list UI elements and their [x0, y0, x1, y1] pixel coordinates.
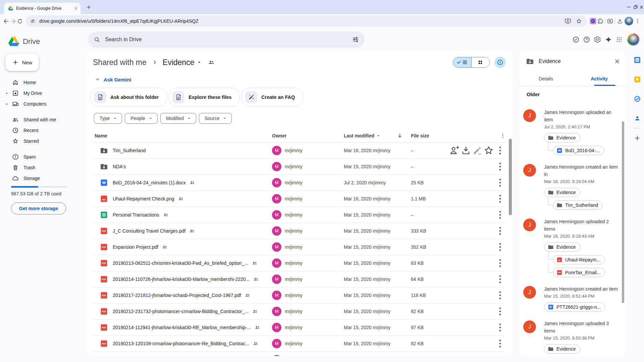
share-add-person-icon[interactable]	[449, 145, 460, 156]
activity-chip[interactable]: Uhaul-Repaym...	[553, 255, 605, 264]
new-button[interactable]: New	[5, 54, 39, 71]
column-last-modified[interactable]: Last modified	[344, 133, 374, 138]
filter-modified[interactable]: Modified	[160, 113, 196, 124]
column-owner[interactable]: Owner	[272, 133, 287, 138]
sort-direction-icon[interactable]	[396, 132, 403, 139]
panel-close-icon[interactable]	[614, 58, 621, 65]
get-more-storage-button[interactable]: Get more storage	[11, 202, 66, 215]
file-row[interactable]: PDFExpansion Project.pdfMmrjimmyMar 15, …	[93, 239, 506, 255]
row-more-icon[interactable]	[494, 290, 506, 301]
tab-search-icon[interactable]	[607, 18, 613, 24]
tasks-app-icon[interactable]	[634, 95, 641, 103]
add-apps-icon[interactable]	[634, 134, 641, 142]
rename-pencil-icon[interactable]	[472, 145, 483, 156]
row-more-icon[interactable]	[494, 225, 506, 237]
activity-chip[interactable]: Evidence	[544, 188, 580, 197]
row-more-icon[interactable]	[494, 161, 506, 172]
suggestion-card-2[interactable]: Create an FAQ	[241, 88, 303, 107]
ask-gemini[interactable]: Ask Gemini	[95, 76, 506, 83]
row-more-icon[interactable]	[494, 177, 506, 188]
sidebar-item-my-drive[interactable]: My Drive	[0, 88, 76, 99]
gemini-sparkle-icon[interactable]	[604, 36, 612, 44]
window-close-button[interactable]	[639, 5, 644, 10]
search-options-icon[interactable]	[352, 36, 359, 43]
row-more-icon[interactable]	[494, 257, 506, 269]
sidebar-item-spam[interactable]: Spam	[0, 152, 76, 162]
new-tab-button[interactable]	[86, 4, 92, 10]
sidebar-item-storage[interactable]: Storage	[0, 173, 76, 184]
details-info-button[interactable]	[494, 57, 506, 68]
back-button[interactable]	[3, 18, 10, 25]
drive-logo[interactable]: Drive	[8, 31, 40, 52]
sidebar-item-home[interactable]: Home	[0, 77, 76, 88]
row-more-icon[interactable]	[494, 338, 506, 349]
google-apps-icon[interactable]	[616, 36, 623, 43]
breadcrumb-shared-with-me[interactable]: Shared with me	[93, 58, 147, 67]
activity-chip[interactable]: Evidence	[544, 133, 580, 142]
list-view-button[interactable]	[453, 57, 471, 67]
view-toggle[interactable]	[453, 57, 490, 68]
url-bar[interactable]: drive.google.com/drive/u/0/folders/14mXf…	[26, 15, 586, 27]
row-more-icon[interactable]	[494, 193, 506, 204]
suggestion-card-1[interactable]: Explore these files	[169, 88, 240, 107]
breadcrumb-current-folder[interactable]: Evidence	[163, 58, 195, 67]
activity-chip[interactable]: Evidence	[544, 344, 580, 354]
row-more-icon[interactable]	[494, 145, 506, 156]
extensions-puzzle-icon[interactable]	[597, 18, 604, 24]
file-row[interactable]: PDF20190217-221812-jhmarlow-schasb-Proje…	[93, 287, 506, 303]
calendar-app-icon[interactable]: 31	[634, 56, 641, 64]
contacts-app-icon[interactable]	[634, 115, 641, 122]
gemini-collapse-icon[interactable]	[95, 77, 100, 82]
help-icon[interactable]	[583, 36, 590, 43]
row-more-icon[interactable]	[494, 274, 506, 285]
file-row[interactable]: PDF20190212-231732-photomancer-crmarlow-…	[93, 303, 506, 319]
sidebar-item-starred[interactable]: Starred	[0, 136, 76, 146]
activity-chip[interactable]: Tim_Sutherland	[553, 200, 602, 210]
window-restore-button[interactable]	[632, 4, 639, 10]
download-file-icon[interactable]	[460, 145, 472, 156]
folder-menu-caret-icon[interactable]	[196, 59, 202, 65]
file-row[interactable]: Personal TransactionsMmrjimmyMar 15, 202…	[93, 207, 506, 223]
account-avatar[interactable]	[627, 34, 639, 46]
file-row[interactable]: PDFM	[93, 352, 506, 356]
folder-members-icon[interactable]	[208, 59, 215, 66]
row-more-icon[interactable]	[494, 306, 506, 317]
browser-tab[interactable]: Evidence - Google Drive	[4, 3, 80, 14]
bookmark-star-icon[interactable]	[576, 18, 582, 24]
row-more-icon[interactable]	[494, 209, 506, 221]
tab-close-icon[interactable]	[74, 6, 78, 10]
search-icon[interactable]	[94, 36, 100, 43]
expand-arrow-icon[interactable]	[4, 103, 9, 106]
sidebar-item-computers[interactable]: Computers	[0, 99, 76, 109]
keep-app-icon[interactable]	[634, 76, 641, 83]
column-file-size[interactable]: File size	[411, 133, 429, 138]
tab-activity[interactable]: Activity	[573, 72, 626, 86]
grid-view-button[interactable]	[471, 57, 489, 67]
file-row[interactable]: PDF20190213-120108-crmarlow-photomancer-…	[93, 336, 506, 352]
file-list-scrollbar[interactable]	[509, 139, 512, 215]
star-file-icon[interactable]	[483, 145, 494, 156]
filter-source[interactable]: Source	[199, 113, 232, 124]
sidebar-item-recent[interactable]: Recent	[0, 125, 76, 136]
expand-arrow-icon[interactable]	[4, 92, 9, 95]
browser-menu-icon[interactable]	[635, 18, 641, 24]
install-icon[interactable]	[564, 17, 572, 25]
activity-scrollbar[interactable]	[622, 121, 624, 303]
row-more-icon[interactable]	[494, 322, 506, 333]
settings-gear-icon[interactable]	[594, 36, 601, 43]
activity-chip[interactable]: Evidence	[544, 242, 580, 252]
file-row[interactable]: PDF20190214-110726-jhmarlow-kriskat30-Ma…	[93, 271, 506, 287]
activity-chip[interactable]: WBoD_2016-04-...	[553, 146, 604, 155]
file-row[interactable]: PDF20190213-082511-chrismini-kriskat30-F…	[93, 255, 506, 271]
ask-gemini-label[interactable]: Ask Gemini	[104, 77, 131, 82]
forward-button[interactable]	[10, 18, 17, 25]
file-row[interactable]: Uhaul-Repayment Check.pngMmrjimmyMar 16,…	[93, 191, 506, 207]
extension-avast-icon[interactable]	[589, 17, 597, 25]
activity-chip[interactable]: PTT26621-griggs-n...	[544, 302, 605, 312]
row-more-icon[interactable]	[494, 241, 506, 253]
window-minimize-button[interactable]	[626, 4, 632, 10]
file-row[interactable]: Tim_SutherlandMmrjimmyMar 16, 2020 mrjim…	[93, 142, 506, 159]
offline-status-icon[interactable]	[572, 36, 580, 43]
reload-button[interactable]	[17, 18, 23, 24]
column-name[interactable]: Name	[95, 133, 107, 138]
